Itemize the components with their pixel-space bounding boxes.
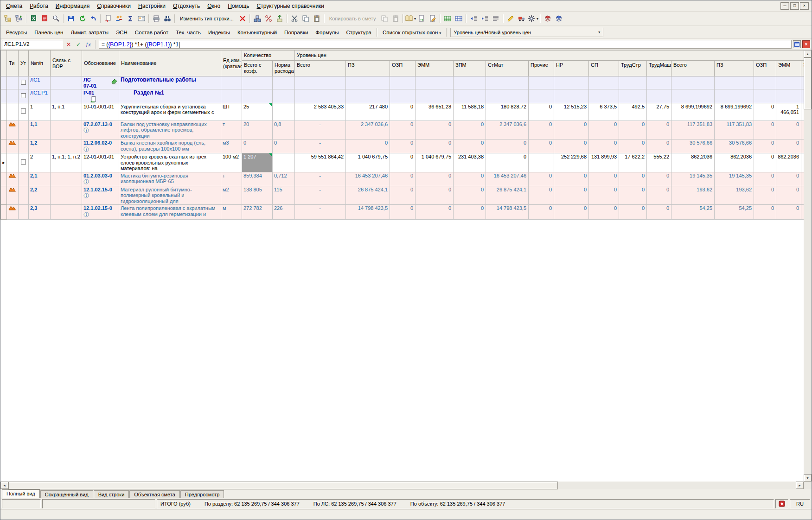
value-cell[interactable]: 26 875 424,1 bbox=[346, 186, 390, 205]
panel-indeksy-button[interactable]: Индексы bbox=[205, 28, 234, 37]
horizontal-scroll-track[interactable] bbox=[558, 482, 796, 489]
close-formula-bar-button[interactable]: × bbox=[802, 40, 810, 48]
unit-cell[interactable]: ШТ bbox=[221, 103, 242, 120]
approved-checkbox[interactable] bbox=[21, 108, 26, 114]
value-cell[interactable]: 0 bbox=[776, 172, 801, 186]
value-cell[interactable]: 0 bbox=[554, 172, 589, 186]
value-cell[interactable]: 30 576,66 bbox=[715, 140, 754, 153]
col-header-pz2[interactable]: ПЗ bbox=[715, 61, 754, 76]
value-cell[interactable]: 0 bbox=[776, 140, 801, 153]
approved-checkbox[interactable] bbox=[21, 80, 26, 85]
value-cell[interactable]: 0 bbox=[416, 205, 454, 220]
norm-cell[interactable]: 115 bbox=[273, 186, 295, 205]
value-cell[interactable]: 16 453 207,46 bbox=[346, 172, 390, 186]
grid-settings-button[interactable] bbox=[442, 13, 453, 24]
norm-cell[interactable]: 0 bbox=[273, 140, 295, 153]
value-cell[interactable] bbox=[554, 76, 589, 89]
approved-cell[interactable] bbox=[19, 89, 29, 103]
value-cell[interactable] bbox=[776, 76, 801, 89]
value-cell[interactable]: 0 bbox=[416, 172, 454, 186]
value-cell[interactable]: 0 bbox=[589, 172, 619, 186]
delete-row-button[interactable] bbox=[237, 13, 248, 24]
formula-window-button[interactable] bbox=[793, 40, 801, 48]
name-cell[interactable]: Лента полипропиленовая с акрилатным клее… bbox=[119, 205, 221, 220]
value-cell[interactable]: 30 576,66 bbox=[671, 140, 715, 153]
value-cell[interactable]: 0 bbox=[529, 172, 554, 186]
value-cell[interactable]: 117 351,83 bbox=[671, 120, 715, 140]
value-cell[interactable]: 0 bbox=[554, 186, 589, 205]
scroll-up-button[interactable]: ▲ bbox=[804, 50, 812, 57]
value-cell[interactable]: 231 403,38 bbox=[454, 153, 486, 172]
value-cell[interactable]: 36 651,28 bbox=[416, 103, 454, 120]
vor-cell[interactable] bbox=[51, 186, 82, 205]
row-selector[interactable] bbox=[1, 172, 7, 186]
value-cell[interactable]: 19 145,35 bbox=[671, 172, 715, 186]
vor-cell[interactable] bbox=[51, 172, 82, 186]
totals-button[interactable] bbox=[125, 13, 136, 24]
qty-cell[interactable]: 138 805 bbox=[242, 186, 273, 205]
row-type-cell[interactable] bbox=[7, 120, 19, 140]
menu-strukturnye[interactable]: Структурные справочники bbox=[253, 1, 328, 11]
col-header-ozp2[interactable]: ОЗП bbox=[754, 61, 776, 76]
minimize-button[interactable]: ─ bbox=[780, 2, 789, 10]
value-cell[interactable]: - bbox=[295, 140, 346, 153]
panel-limit-zatraty-button[interactable]: Лимит. затраты bbox=[67, 28, 112, 37]
col-header-ut[interactable]: Ут bbox=[19, 51, 29, 76]
value-cell[interactable] bbox=[554, 89, 589, 103]
value-cell[interactable]: 0 bbox=[390, 186, 416, 205]
vertical-scroll-track[interactable] bbox=[804, 109, 812, 474]
vor-cell[interactable] bbox=[51, 205, 82, 220]
value-cell[interactable]: 0 bbox=[390, 172, 416, 186]
value-cell[interactable] bbox=[295, 76, 346, 89]
value-cell[interactable] bbox=[589, 89, 619, 103]
col-header-npp[interactable]: №п/п bbox=[29, 51, 51, 76]
vor-cell[interactable] bbox=[51, 120, 82, 140]
value-cell[interactable] bbox=[619, 76, 647, 89]
panel-formuly-button[interactable]: Формулы bbox=[312, 28, 342, 37]
norm-cell[interactable] bbox=[273, 76, 295, 89]
menu-okno[interactable]: Окно bbox=[204, 1, 224, 11]
value-cell[interactable] bbox=[295, 89, 346, 103]
panel-resursy-button[interactable]: Ресурсы bbox=[2, 28, 31, 37]
copy-button[interactable] bbox=[300, 13, 311, 24]
value-cell[interactable]: 0 bbox=[486, 140, 529, 153]
value-cell[interactable]: 862,2036 bbox=[671, 153, 715, 172]
value-cell[interactable] bbox=[589, 76, 619, 89]
value-cell[interactable] bbox=[416, 76, 454, 89]
export-pdf-button[interactable] bbox=[39, 13, 51, 24]
value-cell[interactable]: 8 699,199692 bbox=[671, 103, 715, 120]
vor-cell[interactable] bbox=[51, 89, 82, 103]
npp-cell[interactable]: 2 bbox=[29, 153, 51, 172]
search-button[interactable] bbox=[162, 13, 173, 24]
row-type-cell[interactable] bbox=[7, 186, 19, 205]
value-cell[interactable]: 0 bbox=[776, 205, 801, 220]
save-button[interactable] bbox=[65, 13, 77, 24]
value-cell[interactable] bbox=[486, 89, 529, 103]
value-cell[interactable] bbox=[416, 89, 454, 103]
value-cell[interactable] bbox=[390, 76, 416, 89]
col-header-ozp[interactable]: ОЗП bbox=[390, 61, 416, 76]
value-cell[interactable]: 0 bbox=[454, 172, 486, 186]
col-header-emm[interactable]: ЭММ bbox=[416, 61, 454, 76]
value-cell[interactable]: 0 bbox=[754, 103, 776, 120]
col-header-prochie[interactable]: Прочие bbox=[529, 61, 554, 76]
cell-reference-box[interactable]: ЛС1.P1.V2 bbox=[2, 40, 63, 49]
value-cell[interactable]: 0 bbox=[390, 153, 416, 172]
row-selector[interactable]: ► bbox=[1, 153, 7, 172]
info-icon[interactable] bbox=[83, 127, 89, 133]
formula-token-bop12[interactable]: {BOP1.2} bbox=[108, 41, 131, 48]
panel-panel-cen-button[interactable]: Панель цен bbox=[31, 28, 67, 37]
osn-cell[interactable]: Р-01 bbox=[82, 89, 119, 103]
value-cell[interactable]: 0 bbox=[390, 205, 416, 220]
value-cell[interactable] bbox=[529, 89, 554, 103]
qty-cell[interactable]: 272 782 bbox=[242, 205, 273, 220]
value-cell[interactable]: - bbox=[295, 120, 346, 140]
value-cell[interactable]: 0 bbox=[529, 103, 554, 120]
grid-columns-button[interactable] bbox=[453, 13, 464, 24]
reference-book-button[interactable]: ▾ bbox=[405, 13, 416, 24]
col-header-norm[interactable]: Норма расхода bbox=[273, 61, 295, 76]
value-cell[interactable]: 217 480 bbox=[346, 103, 390, 120]
name-cell[interactable]: Балка клееная хвойных пород (ель, сосна)… bbox=[119, 140, 221, 153]
value-cell[interactable]: 0 bbox=[346, 140, 390, 153]
layers-red-button[interactable] bbox=[542, 13, 553, 24]
